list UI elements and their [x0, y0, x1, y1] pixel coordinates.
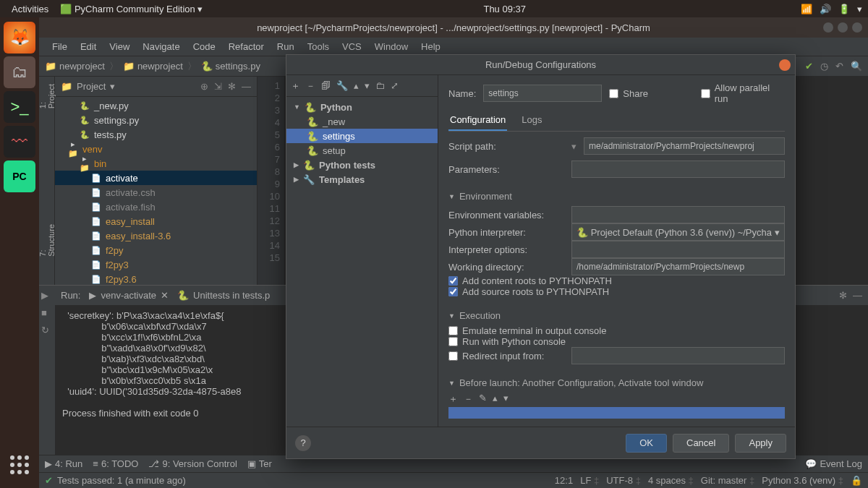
gear-icon[interactable]: ✻: [228, 81, 236, 92]
up-icon[interactable]: ▴: [354, 80, 359, 91]
menu-code[interactable]: Code: [187, 40, 221, 53]
chk-emulate-terminal[interactable]: Emulate terminal in output console: [448, 325, 785, 336]
breadcrumb[interactable]: 📁 newproject: [123, 61, 183, 72]
search-icon[interactable]: 🔍: [851, 61, 862, 72]
activities-button[interactable]: Activities: [6, 4, 54, 14]
menu-help[interactable]: Help: [415, 40, 446, 53]
launcher-terminal[interactable]: >_: [4, 91, 35, 123]
menu-tools[interactable]: Tools: [302, 40, 335, 53]
env-vars-input[interactable]: [571, 206, 785, 223]
remove-icon[interactable]: －: [306, 80, 315, 93]
before-launch-item[interactable]: [448, 407, 785, 419]
tree-node[interactable]: 🐍tests.py: [55, 127, 257, 142]
system-tray[interactable]: 📶 🔊 🔋 ▾: [801, 4, 862, 14]
tree-node[interactable]: 🐍_new.py: [55, 98, 257, 113]
run-restart-icon[interactable]: ↻: [41, 325, 53, 336]
launcher-apps[interactable]: [4, 449, 35, 481]
chk-source-roots[interactable]: Add source roots to PYTHONPATH: [448, 286, 785, 297]
undo-icon[interactable]: ↶: [835, 61, 843, 72]
status-encoding[interactable]: UTF-8 ‡: [606, 475, 641, 486]
tab-logs[interactable]: Logs: [520, 111, 543, 131]
status-git[interactable]: Git: master ‡: [701, 475, 754, 486]
add-icon[interactable]: ＋: [291, 80, 300, 93]
menu-window[interactable]: Window: [369, 40, 414, 53]
interpreter-combo[interactable]: 🐍 Project Default (Python 3.6 (venv)) ~/…: [571, 223, 785, 241]
share-checkbox[interactable]: Share: [609, 88, 693, 99]
wrench-icon[interactable]: 🔧: [336, 80, 348, 91]
hide-icon[interactable]: —: [242, 81, 251, 92]
status-interpreter[interactable]: Python 3.6 (venv) ‡: [762, 475, 843, 486]
before-launch-header[interactable]: Before launch: Another Configuration, Ac…: [459, 377, 704, 388]
volume-icon[interactable]: 🔊: [820, 4, 831, 14]
launcher-firefox[interactable]: 🦊: [4, 22, 35, 53]
parameters-input[interactable]: [571, 160, 785, 178]
locate-icon[interactable]: ⊕: [200, 81, 208, 92]
app-menu[interactable]: 🟩 PyCharm Community Edition ▾: [54, 4, 208, 14]
tree-node[interactable]: 📄f2py: [55, 243, 257, 257]
workdir-input[interactable]: [571, 258, 785, 275]
menu-file[interactable]: File: [46, 40, 73, 53]
status-position[interactable]: 12:1: [555, 475, 573, 486]
tree-node[interactable]: 📄f2py3.6: [55, 272, 257, 285]
run-tab-unittests[interactable]: 🐍 Unittests in tests.p: [177, 290, 270, 301]
tab-configuration[interactable]: Configuration: [448, 111, 507, 131]
ok-button[interactable]: OK: [626, 434, 667, 453]
launcher-pycharm[interactable]: PC: [4, 160, 35, 192]
apply-button[interactable]: Apply: [735, 434, 786, 453]
cancel-button[interactable]: Cancel: [673, 434, 729, 453]
run-hide-icon[interactable]: —: [853, 290, 862, 301]
run-ok-icon[interactable]: ✔: [805, 61, 813, 72]
tab-project[interactable]: 1: Project: [39, 77, 57, 116]
chk-redirect-input[interactable]: Redirect input from:: [448, 351, 564, 361]
bl-remove-icon[interactable]: －: [464, 393, 473, 406]
tab-terminal[interactable]: ▣ Ter: [247, 458, 272, 469]
run-gear-icon[interactable]: ✻: [839, 290, 847, 301]
tree-node[interactable]: 📄f2py3: [55, 257, 257, 272]
tree-node[interactable]: 📄activate.fish: [55, 200, 257, 214]
chk-python-console[interactable]: Run with Python console: [448, 336, 785, 347]
window-minimize[interactable]: [823, 22, 833, 33]
tab-run[interactable]: ▶ 4: Run: [45, 458, 82, 469]
tree-node[interactable]: 🐍settings.py: [55, 113, 257, 127]
tree-node[interactable]: 📄easy_install: [55, 214, 257, 228]
status-indent[interactable]: 4 spaces ‡: [648, 475, 694, 486]
wifi-icon[interactable]: 📶: [801, 4, 812, 14]
bl-add-icon[interactable]: ＋: [448, 393, 458, 406]
tab-structure[interactable]: 7: Structure: [39, 217, 57, 264]
menu-vcs[interactable]: VCS: [336, 40, 367, 53]
history-icon[interactable]: ◷: [820, 61, 828, 72]
chk-content-roots[interactable]: Add content roots to PYTHONPATH: [448, 275, 785, 286]
battery-icon[interactable]: 🔋: [838, 4, 850, 14]
name-input[interactable]: [483, 85, 602, 102]
run-stop-icon[interactable]: ■: [41, 307, 53, 319]
status-lock-icon[interactable]: 🔒: [851, 475, 862, 486]
launcher-monitor[interactable]: 〰: [4, 126, 35, 158]
env-section-header[interactable]: Environment: [459, 191, 512, 202]
run-play-icon[interactable]: ▶: [41, 290, 53, 301]
interp-opts-input[interactable]: [571, 241, 785, 258]
exec-section-header[interactable]: Execution: [459, 310, 501, 321]
parallel-checkbox[interactable]: Allow parallel run: [701, 82, 785, 104]
window-maximize[interactable]: [838, 22, 848, 33]
down-icon[interactable]: ▾: [365, 80, 370, 91]
script-path-input[interactable]: [584, 137, 785, 155]
tree-node[interactable]: 📄activate.csh: [55, 185, 257, 200]
launcher-files[interactable]: 🗂: [4, 56, 35, 88]
breadcrumb[interactable]: 🐍 settings.py: [201, 61, 260, 72]
menu-navigate[interactable]: Navigate: [137, 40, 185, 53]
window-close[interactable]: [852, 22, 862, 33]
bl-up-icon[interactable]: ▴: [493, 393, 498, 406]
config-tree[interactable]: ▼🐍Python 🐍_new 🐍settings 🐍setup ▶🐍Python…: [286, 97, 438, 427]
tab-vcs[interactable]: ⎇ 9: Version Control: [148, 458, 237, 469]
copy-icon[interactable]: 🗐: [321, 80, 331, 91]
tab-todo[interactable]: ≡ 6: TODO: [93, 458, 138, 469]
chevron-down-icon[interactable]: ▾: [857, 4, 862, 14]
clock[interactable]: Thu 09:37: [477, 4, 532, 14]
tree-node[interactable]: ▸📁bin: [55, 156, 257, 171]
bl-down-icon[interactable]: ▾: [503, 393, 509, 406]
help-button[interactable]: ?: [295, 435, 311, 451]
menu-edit[interactable]: Edit: [75, 40, 102, 53]
run-tab-venv[interactable]: ▶ venv-activate ✕: [89, 290, 169, 301]
expand-icon[interactable]: ⤢: [391, 80, 399, 91]
tree-node[interactable]: 📄easy_install-3.6: [55, 228, 257, 243]
